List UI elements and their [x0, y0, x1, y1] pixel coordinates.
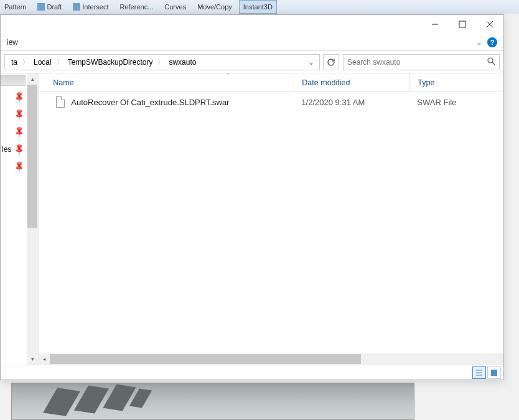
chevron-right-icon[interactable]: 〉	[57, 58, 63, 67]
minimize-button[interactable]	[421, 15, 449, 34]
column-type[interactable]: Type	[409, 73, 484, 91]
pin-icon: 📌	[12, 159, 26, 174]
pin-icon: 📌	[12, 124, 26, 139]
svg-rect-1	[459, 21, 465, 27]
search-box[interactable]	[343, 54, 500, 70]
scroll-thumb[interactable]	[27, 85, 37, 228]
file-type: SWAR File	[409, 98, 503, 107]
scroll-up-icon[interactable]: ▴	[27, 73, 38, 85]
search-icon[interactable]	[487, 57, 495, 67]
nav-scrollbar[interactable]: ▴ ▾	[27, 73, 38, 365]
window-titlebar	[1, 15, 503, 34]
ribbon-move-copy[interactable]: Move/Copy	[193, 0, 236, 14]
ribbon-tab-view[interactable]: iew	[7, 38, 18, 47]
crumb-1[interactable]: Local	[30, 57, 55, 68]
scroll-left-icon[interactable]: ◂	[39, 353, 50, 365]
column-name[interactable]: Name	[39, 73, 294, 91]
app-3d-viewport	[11, 383, 414, 420]
details-view-button[interactable]	[472, 366, 486, 379]
scroll-thumb[interactable]	[50, 354, 361, 364]
file-name: AutoRecover Of Cati_extrude.SLDPRT.swar	[71, 98, 229, 107]
ribbon-curves[interactable]: Curves	[160, 0, 190, 14]
status-bar	[1, 365, 503, 380]
thumbnails-view-button[interactable]	[487, 366, 501, 379]
refresh-button[interactable]	[323, 54, 339, 70]
pin-icon: 📌	[12, 90, 26, 104]
ribbon-draft[interactable]: Draft	[33, 0, 66, 14]
file-row[interactable]: AutoRecover Of Cati_extrude.SLDPRT.swar …	[39, 92, 503, 112]
scroll-down-icon[interactable]: ▾	[27, 353, 38, 365]
address-bar-row: ta 〉 Local 〉 TempSWBackupDirectory 〉 swx…	[1, 51, 503, 73]
maximize-button[interactable]	[449, 15, 476, 34]
file-rows: AutoRecover Of Cati_extrude.SLDPRT.swar …	[39, 92, 503, 353]
crumb-3[interactable]: swxauto	[165, 57, 200, 68]
column-headers: ⌃ Name Date modified Type	[39, 73, 503, 92]
breadcrumb-bar[interactable]: ta 〉 Local 〉 TempSWBackupDirectory 〉 swx…	[4, 54, 320, 70]
column-date-modified[interactable]: Date modified	[294, 73, 409, 91]
sort-indicator-icon: ⌃	[225, 73, 230, 78]
nav-item-selected[interactable]	[1, 75, 26, 86]
pin-icon: 📌	[12, 107, 26, 121]
file-date: 1/2/2020 9:31 AM	[294, 98, 409, 107]
ribbon-reference[interactable]: Referenc...	[116, 0, 158, 14]
close-button[interactable]	[476, 15, 503, 34]
chevron-right-icon[interactable]: 〉	[157, 58, 164, 67]
ribbon-intersect[interactable]: Intersect	[68, 0, 113, 14]
file-explorer-window: iew ⌄ ? ta 〉 Local 〉 TempSWBackupDirecto…	[0, 14, 504, 380]
crumb-0[interactable]: ta	[7, 57, 21, 68]
ribbon-pattern[interactable]: Pattern	[0, 0, 30, 14]
chevron-right-icon[interactable]: 〉	[22, 58, 29, 67]
horizontal-scrollbar[interactable]: ◂ ▸	[39, 353, 503, 365]
svg-point-4	[488, 58, 493, 63]
search-input[interactable]	[347, 58, 472, 67]
nav-pane: 📌 📌 📌 les📌 📌 ▴ ▾	[1, 73, 39, 365]
svg-rect-9	[491, 370, 497, 376]
svg-line-5	[492, 62, 495, 65]
breadcrumb-dropdown-icon[interactable]: ⌄	[306, 58, 317, 67]
file-icon	[56, 96, 65, 108]
app-ribbon: Pattern Draft Intersect Referenc... Curv…	[0, 0, 519, 14]
help-icon[interactable]: ?	[487, 37, 497, 47]
ribbon-collapse-icon[interactable]: ⌄	[476, 38, 482, 47]
crumb-2[interactable]: TempSWBackupDirectory	[64, 57, 157, 68]
pin-icon: 📌	[12, 142, 26, 156]
ribbon-instant3d[interactable]: Instant3D	[239, 0, 277, 14]
file-list-area: ⌃ Name Date modified Type AutoRecover Of…	[39, 73, 503, 365]
ribbon-tabs: iew ⌄ ?	[1, 34, 503, 51]
